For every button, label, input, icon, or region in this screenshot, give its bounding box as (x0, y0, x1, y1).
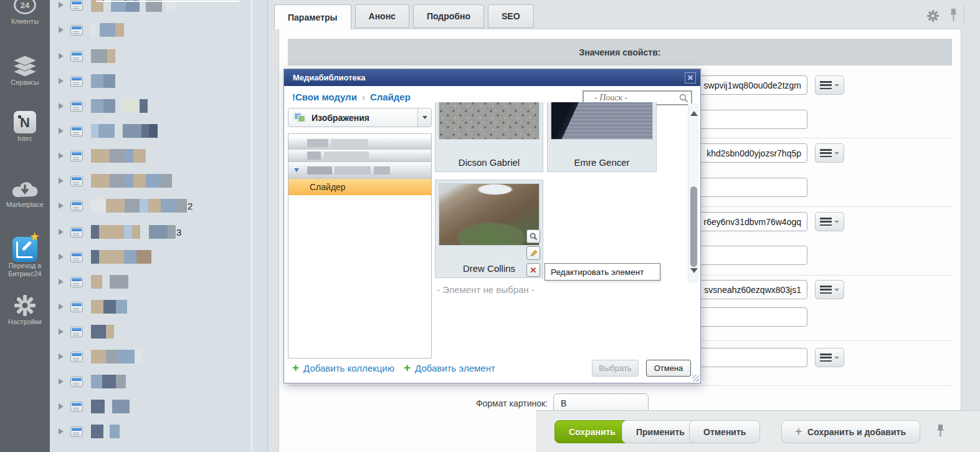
pin-icon[interactable] (949, 8, 958, 22)
tree-item[interactable]: 3 (50, 223, 255, 241)
tree-item[interactable]: Преимущества ? (50, 0, 255, 14)
tree-item[interactable] (50, 373, 255, 390)
tab-анонс[interactable]: Анонс (355, 4, 409, 28)
tab-подробно[interactable]: Подробно (413, 4, 484, 28)
collection-group-expanded[interactable] (288, 162, 431, 179)
modal-titlebar[interactable]: Медиабиблиотека ✕ (284, 69, 700, 86)
breadcrumb-root-link[interactable]: !Свои модули (292, 92, 357, 102)
blurred-text-block (161, 199, 176, 213)
chevron-down-icon (834, 357, 839, 359)
media-item-card[interactable]: Drew Collins✕ (435, 180, 543, 278)
chevron-right-icon (59, 2, 64, 8)
tree-item[interactable] (50, 172, 255, 190)
property-menu-button[interactable] (815, 280, 844, 299)
tab-параметры[interactable]: Параметры (274, 4, 351, 29)
select-button[interactable]: Выбрать (592, 360, 639, 377)
chevron-right-icon (59, 353, 64, 360)
chevron-down-icon (417, 108, 431, 127)
sidebar-item-clients[interactable]: 24Клиенты (0, 0, 50, 26)
media-item-card[interactable]: Dicson Gabriel (435, 102, 543, 172)
collection-group-blurred[interactable] (288, 150, 431, 162)
blurred-text-block (123, 124, 141, 138)
pin-icon[interactable] (936, 424, 944, 438)
tree-item[interactable] (50, 122, 255, 140)
cancel-modal-button[interactable]: Отмена (646, 360, 691, 377)
add-element-link[interactable]: + Добавить элемент (404, 361, 495, 375)
save-button[interactable]: Сохранить (554, 420, 630, 443)
tree-item[interactable] (50, 21, 255, 39)
sidebar-item-bitrix24[interactable]: ★Переход в Битрикс24 (0, 237, 50, 278)
collection-type-dropdown[interactable]: Изображения (288, 108, 432, 127)
close-icon[interactable]: ✕ (685, 72, 696, 84)
plus-icon: + (292, 361, 299, 375)
tab-seo[interactable]: SEO (488, 4, 534, 28)
settings-gear-icon[interactable] (927, 10, 939, 22)
scroll-up-icon[interactable] (690, 111, 698, 116)
media-library-modal: Медиабиблиотека ✕ !Свои модули › Слайдер… (283, 69, 701, 383)
collection-item-slider[interactable]: Слайдер (288, 179, 431, 195)
blurred-text-block (91, 325, 106, 339)
resize-handle-icon[interactable] (692, 375, 699, 382)
property-menu-button[interactable] (815, 143, 844, 163)
sidebar-item-settings[interactable]: Настройки (0, 293, 50, 326)
blurred-text-block (125, 149, 133, 163)
blurred-text-block (110, 275, 128, 289)
blurred-text-block (91, 300, 103, 314)
page-icon (70, 25, 83, 36)
page-icon (70, 277, 83, 287)
add-collection-link[interactable]: + Добавить коллекцию (292, 361, 394, 375)
scrollbar-thumb[interactable] (690, 186, 697, 267)
tree-item[interactable] (50, 298, 255, 315)
edit-pencil-icon[interactable] (526, 246, 540, 260)
chevron-right-icon (59, 78, 64, 84)
clients-24-icon: 24 (0, 0, 50, 17)
chevron-right-icon (59, 203, 64, 209)
blurred-text-block (91, 225, 99, 239)
tree-item[interactable] (50, 348, 255, 365)
delete-x-icon[interactable]: ✕ (526, 263, 540, 277)
property-menu-button[interactable] (815, 212, 844, 231)
search-icon (679, 94, 688, 103)
search-input[interactable] (584, 93, 679, 103)
apply-button[interactable]: Применить (622, 420, 699, 443)
empty-selection-text: - Элемент не выбран - (437, 284, 535, 295)
modal-title: Медиабиблиотека (293, 73, 365, 82)
tree-item[interactable] (50, 398, 255, 415)
tree-item[interactable] (50, 147, 255, 165)
page-icon (70, 227, 83, 238)
format-select-value: В (561, 398, 566, 408)
cancel-button[interactable]: Отменить (689, 420, 760, 443)
zoom-magnifier-icon[interactable] (526, 229, 540, 243)
scroll-down-icon[interactable] (690, 268, 698, 273)
page-icon (70, 377, 83, 387)
sidebar-item-services[interactable]: Сервисы (0, 54, 50, 87)
tree-item[interactable] (50, 273, 255, 291)
save-and-add-button[interactable]: +Сохранить и добавить (781, 420, 920, 443)
tree-item[interactable] (50, 323, 255, 340)
tree-item[interactable] (50, 47, 255, 65)
tree-item[interactable] (50, 248, 255, 266)
breadcrumb-current-link[interactable]: Слайдер (370, 92, 411, 102)
night-sea-city-lights-photo (551, 102, 653, 140)
sidebar-item-marketplace[interactable]: Marketplace (0, 176, 50, 209)
tree-item[interactable] (50, 423, 255, 440)
blurred-text-block (103, 99, 115, 113)
collection-group-blurred[interactable] (288, 137, 431, 150)
sidebar-item-intec[interactable]: NIntec (0, 110, 50, 143)
app-sidebar: 24КлиентыСервисыNIntecMarketplace★Перехо… (0, 0, 50, 452)
chevron-right-icon (59, 103, 64, 109)
tree-item[interactable]: 2 (50, 197, 255, 214)
blurred-text-block (112, 400, 130, 413)
property-menu-button[interactable] (815, 75, 844, 95)
chevron-down-icon (834, 152, 839, 155)
toolbar-divider (964, 4, 964, 24)
media-item-card[interactable]: Emre Gencer (547, 102, 657, 172)
tree-item[interactable] (50, 97, 255, 115)
content-tree-panel: Преимущества ?23 (50, 0, 268, 452)
page-icon (70, 151, 83, 161)
page-icon (70, 176, 83, 186)
property-menu-button[interactable] (815, 348, 844, 367)
blurred-text-block (91, 350, 106, 363)
tree-item[interactable] (50, 72, 255, 90)
sidebar-item-label: Сервисы (0, 79, 50, 87)
